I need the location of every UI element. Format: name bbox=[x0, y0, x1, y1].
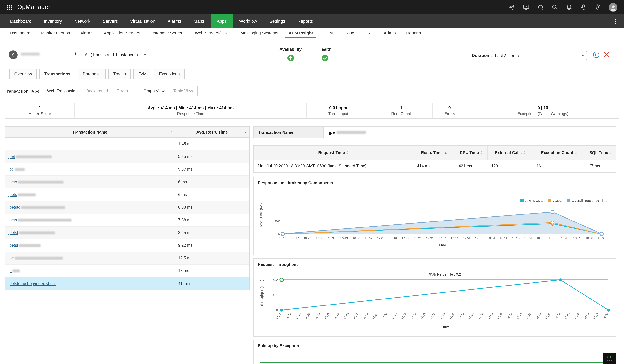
close-icon[interactable] bbox=[603, 52, 609, 57]
table-view-button[interactable]: Table View bbox=[169, 86, 197, 96]
web-transaction-button[interactable]: Web Transaction bbox=[43, 86, 82, 96]
table-row[interactable]: jpetstore/shop/index.shtml414 ms bbox=[5, 277, 249, 290]
table-row[interactable]: .1.45 ms bbox=[5, 138, 249, 151]
transaction-link[interactable]: jpe bbox=[8, 256, 63, 260]
transaction-link[interactable]: jp bbox=[8, 268, 20, 273]
detail-column-resp-time[interactable]: Resp. Time▲ bbox=[413, 146, 455, 159]
detail-column-exception-count[interactable]: Exception Count▲▼ bbox=[533, 146, 585, 159]
sub-nav: DashboardMonitor GroupsAlarmsApplication… bbox=[0, 28, 624, 38]
main-nav-item-inventory[interactable]: Inventory bbox=[38, 14, 68, 28]
transaction-link[interactable]: jpetst bbox=[8, 231, 55, 235]
column-transaction-name[interactable]: Transaction Name ▲▼ bbox=[5, 127, 175, 137]
detail-cell: 27 ms bbox=[585, 164, 616, 168]
detail-column-cpu-time[interactable]: CPU Time▲▼ bbox=[455, 146, 488, 159]
table-row[interactable]: jp18 ms bbox=[5, 264, 249, 277]
graph-view-button[interactable]: Graph View bbox=[139, 86, 169, 96]
headset-icon[interactable] bbox=[537, 4, 544, 10]
column-avg-resp-time[interactable]: Avg. Resp. Time ▲ bbox=[175, 127, 249, 137]
sub-nav-item-alarms[interactable]: Alarms bbox=[75, 28, 99, 38]
svg-text:17:50: 17:50 bbox=[468, 312, 474, 320]
transaction-link[interactable]: jpe bbox=[8, 167, 25, 172]
table-row[interactable]: jpets6 ms bbox=[5, 176, 249, 188]
alarms-badge[interactable]: 21 Alarms bbox=[603, 353, 616, 364]
more-menu-icon[interactable]: ⋮ bbox=[611, 14, 620, 28]
stat-label: Apdex Score bbox=[29, 111, 51, 116]
transaction-link[interactable]: jpets bbox=[8, 218, 72, 222]
tab-exceptions[interactable]: Exceptions bbox=[154, 69, 185, 79]
user-avatar[interactable] bbox=[609, 3, 618, 12]
search-icon[interactable] bbox=[551, 4, 558, 10]
transaction-link[interactable]: . bbox=[8, 142, 10, 146]
table-row[interactable]: jpets6 ms bbox=[5, 188, 249, 201]
table-row[interactable]: jpet5.25 ms bbox=[5, 151, 249, 163]
table-row[interactable]: jpetsl9.22 ms bbox=[5, 239, 249, 252]
detail-column-sql-time[interactable]: SQL Time▲▼ bbox=[585, 146, 616, 159]
main-nav-item-dashboard[interactable]: Dashboard bbox=[4, 14, 38, 28]
screen-share-icon[interactable] bbox=[523, 4, 529, 10]
legend-swatch bbox=[548, 199, 551, 202]
sub-nav-item-apm-insight[interactable]: APM Insight bbox=[283, 28, 318, 38]
transaction-link[interactable]: jpetsl bbox=[8, 243, 41, 248]
opmanager-app: OpManager bbox=[0, 0, 624, 364]
detail-column-external-calls[interactable]: External Calls▲▼ bbox=[487, 146, 533, 159]
svg-text:17:57: 17:57 bbox=[475, 236, 483, 240]
errors-button[interactable]: Errors bbox=[112, 86, 132, 96]
back-button[interactable] bbox=[9, 50, 18, 59]
alarms-label: Alarms bbox=[606, 360, 613, 362]
filter-bar: Transaction Type Web TransactionBackgrou… bbox=[5, 86, 624, 96]
main-nav-item-apps[interactable]: Apps bbox=[210, 14, 233, 28]
sub-nav-item-admin[interactable]: Admin bbox=[379, 28, 401, 38]
column-label: Avg. Resp. Time bbox=[196, 130, 228, 134]
transaction-link[interactable]: jpets bbox=[8, 180, 64, 184]
transaction-link[interactable]: jpetstore/shop/index.shtml bbox=[8, 281, 55, 286]
table-row[interactable]: jpets7.38 ms bbox=[5, 214, 249, 227]
background-button[interactable]: Background bbox=[82, 86, 112, 96]
sub-nav-item-database-servers[interactable]: Database Servers bbox=[145, 28, 190, 38]
tab-traces[interactable]: Traces bbox=[108, 69, 131, 79]
stat-value: 1 bbox=[39, 105, 41, 110]
rocket-icon[interactable] bbox=[509, 4, 515, 10]
transaction-link[interactable]: jpetstc bbox=[8, 205, 65, 210]
main-nav-item-network[interactable]: Network bbox=[68, 14, 97, 28]
table-row[interactable]: jpetst8.25 ms bbox=[5, 227, 249, 239]
table-row[interactable]: jpetstc6.83 ms bbox=[5, 201, 249, 214]
apps-grid-icon[interactable] bbox=[6, 4, 12, 10]
main-nav-item-alarms[interactable]: Alarms bbox=[161, 14, 187, 28]
main-nav-item-workflow[interactable]: Workflow bbox=[233, 14, 263, 28]
svg-text:16:23: 16:23 bbox=[304, 236, 311, 240]
transaction-type-group: Web TransactionBackgroundErrors bbox=[43, 86, 132, 96]
sub-nav-item-application-servers[interactable]: Application Servers bbox=[99, 28, 145, 38]
transaction-link[interactable]: jpet bbox=[8, 154, 52, 159]
tab-overview[interactable]: Overview bbox=[9, 69, 37, 79]
table-row[interactable]: jpe12.5 ms bbox=[5, 252, 249, 264]
transaction-link[interactable]: jpets bbox=[8, 192, 36, 197]
sub-nav-item-dashboard[interactable]: Dashboard bbox=[4, 28, 36, 38]
pause-refresh-icon[interactable] bbox=[593, 51, 600, 58]
hand-icon[interactable] bbox=[580, 4, 587, 10]
svg-text:19:05: 19:05 bbox=[598, 236, 605, 240]
main-nav-item-maps[interactable]: Maps bbox=[187, 14, 210, 28]
host-instance-filter[interactable]: All (1 hosts and 1 instances) ▾ bbox=[81, 49, 149, 60]
table-row[interactable]: jpe5.37 ms bbox=[5, 163, 249, 176]
sub-nav-item-reports[interactable]: Reports bbox=[401, 28, 426, 38]
sub-nav-item-cloud[interactable]: Cloud bbox=[338, 28, 360, 38]
bell-icon[interactable] bbox=[566, 4, 572, 10]
main-nav-item-servers[interactable]: Servers bbox=[97, 14, 124, 28]
redacted-text bbox=[16, 155, 52, 158]
sub-nav-item-eum[interactable]: EUM bbox=[318, 28, 338, 38]
stat-label: Response Time bbox=[177, 111, 204, 116]
tab-transactions[interactable]: Transactions bbox=[39, 69, 75, 79]
sub-nav-item-erp[interactable]: ERP bbox=[360, 28, 378, 38]
sub-nav-item-monitor-groups[interactable]: Monitor Groups bbox=[36, 28, 75, 38]
detail-column-request-time[interactable]: Request Time▲▼ bbox=[254, 146, 413, 159]
gear-icon[interactable] bbox=[595, 4, 601, 10]
sub-nav-item-messaging-systems[interactable]: Messaging Systems bbox=[235, 28, 284, 38]
sub-nav-item-web-servers-url[interactable]: Web Servers/ URL bbox=[190, 28, 235, 38]
main-nav-item-reports[interactable]: Reports bbox=[291, 14, 319, 28]
main-nav-item-virtualization[interactable]: Virtualization bbox=[124, 14, 161, 28]
detail-cell: 421 ms bbox=[455, 164, 488, 168]
duration-select[interactable]: Last 3 Hours ▾ bbox=[492, 51, 587, 60]
main-nav-item-settings[interactable]: Settings bbox=[263, 14, 291, 28]
tab-database[interactable]: Database bbox=[78, 69, 106, 79]
tab-jvm[interactable]: JVM bbox=[133, 69, 152, 79]
